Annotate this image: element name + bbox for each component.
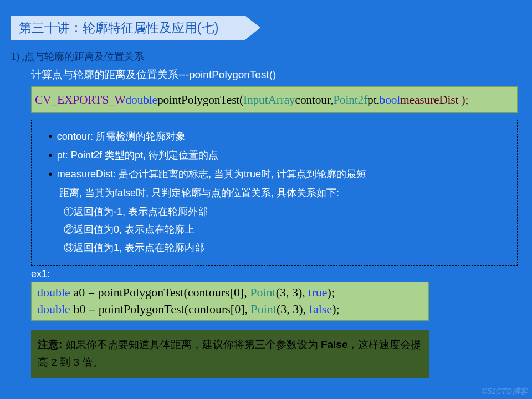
- api-signature-box: CV_EXPORTS_W double pointPolygonTest( In…: [31, 86, 518, 113]
- note-box: 注意: 如果你不需要知道具体距离，建议你将第三个参数设为 False，这样速度会…: [31, 330, 429, 378]
- return-case: ①返回值为-1, 表示点在轮廓外部: [64, 204, 509, 220]
- api-token: bool: [380, 93, 400, 107]
- code-token: (3, 3),: [277, 302, 309, 316]
- example-label: ex1:: [31, 268, 50, 280]
- note-text: 如果你不需要知道具体距离，建议你将第三个参数设为: [62, 339, 321, 350]
- param-item: pt: Point2f 类型的pt, 待判定位置的点: [39, 148, 509, 163]
- api-token: measureDist );: [400, 93, 468, 107]
- code-line: double b0 = pointPolygonTest(contours[0]…: [37, 301, 423, 318]
- code-token: double: [37, 285, 70, 299]
- code-token: false: [309, 302, 332, 316]
- api-token: pt,: [367, 93, 380, 107]
- note-label: 注意:: [38, 339, 62, 350]
- api-token: double: [126, 93, 157, 107]
- code-token: Point: [250, 302, 276, 316]
- parameters-box: contour: 所需检测的轮廓对象 pt: Point2f 类型的pt, 待判…: [31, 120, 518, 266]
- code-token: (3, 3),: [276, 285, 309, 299]
- lecture-title-banner: 第三十讲：轮廓特征属性及应用(七): [11, 16, 260, 40]
- code-token: );: [332, 302, 339, 316]
- code-token: true: [308, 285, 327, 299]
- function-description: 计算点与轮廓的距离及位置关系---pointPolygonTest(): [31, 68, 276, 82]
- api-token: contour,: [295, 93, 334, 107]
- param-item: contour: 所需检测的轮廓对象: [39, 129, 509, 145]
- code-token: a0 = pointPolygonTest(contours[0],: [70, 285, 250, 299]
- code-line: double a0 = pointPolygonTest(contours[0]…: [37, 284, 423, 301]
- code-token: );: [328, 285, 335, 299]
- lecture-title: 第三十讲：轮廓特征属性及应用(七): [19, 19, 218, 37]
- code-token: b0 = pointPolygonTest(contours[0],: [70, 302, 251, 316]
- param-item-cont: 距离, 当其为false时, 只判定轮廓与点的位置关系, 具体关系如下:: [39, 186, 509, 201]
- param-item: measureDist: 是否计算距离的标志, 当其为true时, 计算点到轮廓…: [39, 167, 509, 182]
- code-token: double: [37, 302, 70, 316]
- watermark: ©51CTO博客: [482, 387, 528, 397]
- note-emph: False: [321, 339, 348, 350]
- section-heading: 1) ,点与轮廓的距离及位置关系: [11, 50, 144, 63]
- api-token: CV_EXPORTS_W: [35, 93, 126, 107]
- api-token: Point2f: [333, 93, 367, 107]
- return-case: ③返回值为1, 表示点在轮廓内部: [64, 241, 509, 256]
- api-token: pointPolygonTest(: [157, 93, 243, 107]
- api-token: InputArray: [243, 93, 295, 107]
- code-example-box: double a0 = pointPolygonTest(contours[0]…: [31, 282, 429, 321]
- code-token: Point: [250, 285, 275, 299]
- return-case: ②返回值为0, 表示点在轮廓上: [64, 222, 509, 238]
